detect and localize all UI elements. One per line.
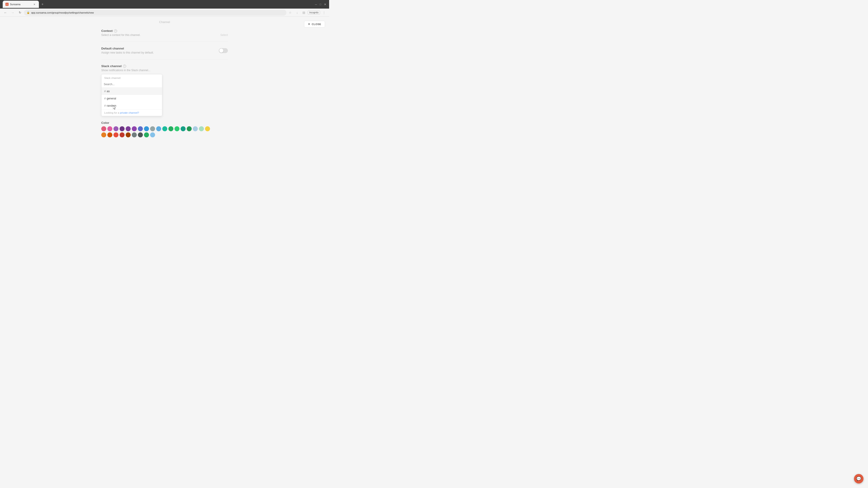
color-dot-1[interactable]	[101, 126, 106, 131]
minimize-button[interactable]: ─	[315, 3, 317, 6]
color-dot-19[interactable]	[101, 132, 106, 137]
color-dot-13[interactable]	[175, 126, 180, 131]
close-label: CLOSE	[312, 23, 321, 26]
context-help-icon[interactable]: ?	[114, 29, 117, 33]
color-dot-9[interactable]	[150, 126, 155, 131]
default-channel-label: Default channel	[101, 47, 154, 50]
color-dot-5[interactable]	[126, 126, 131, 131]
address-bar[interactable]: 🔒 app.sunsama.com/group/moodjoy/settings…	[24, 10, 286, 15]
color-dot-10[interactable]	[156, 126, 161, 131]
dropdown-footer: Looking for a private channel?	[101, 109, 162, 116]
browser-tab[interactable]: S Sunsama ✕	[3, 1, 39, 8]
dropdown-item-general[interactable]: # general	[101, 95, 162, 102]
sidebar-button[interactable]: ▤	[301, 10, 307, 15]
color-dot-3[interactable]	[114, 126, 119, 131]
dropdown-header: Slack channel:	[101, 74, 162, 81]
lock-icon: 🔒	[27, 11, 30, 14]
color-dot-2[interactable]	[107, 126, 112, 131]
color-dot-12[interactable]	[168, 126, 174, 131]
forward-button[interactable]: →	[9, 9, 16, 16]
color-dot-26[interactable]	[144, 132, 149, 137]
new-tab-button[interactable]: +	[40, 2, 45, 7]
context-label: Context ?	[101, 29, 228, 33]
slack-help-icon[interactable]: ?	[123, 65, 126, 68]
private-channel-link[interactable]: private channel?	[120, 111, 139, 114]
color-dot-23[interactable]	[126, 132, 131, 137]
slack-channel-section: Slack channel ? Show notifications in th…	[101, 64, 228, 116]
close-button[interactable]: ✕ CLOSE	[304, 21, 325, 28]
context-section: Context ? Select a context for this chan…	[101, 29, 228, 42]
color-dot-21[interactable]	[114, 132, 119, 137]
close-x-icon: ✕	[308, 23, 310, 26]
color-dot-20[interactable]	[107, 132, 112, 137]
hash-icon-general: #	[104, 97, 106, 100]
color-dot-15[interactable]	[187, 126, 192, 131]
hash-icon-random: #	[104, 104, 106, 107]
context-description: Select a context for this channel.	[101, 33, 141, 37]
color-dot-8[interactable]	[144, 126, 149, 131]
slack-description: Show notifications in the Slack channel.…	[101, 69, 228, 72]
download-button[interactable]: ↓	[294, 10, 300, 15]
toggle-knob	[219, 48, 223, 53]
menu-button[interactable]: ⋮	[321, 10, 327, 15]
slack-channel-dropdown: Slack channel: # as # general # random	[101, 74, 162, 116]
bookmark-button[interactable]: ☆	[287, 10, 293, 15]
color-dot-24[interactable]	[132, 132, 137, 137]
color-dot-6[interactable]	[132, 126, 137, 131]
page-top-label: Channel	[101, 20, 228, 24]
default-channel-toggle[interactable]	[219, 48, 228, 53]
color-dot-4[interactable]	[120, 126, 125, 131]
color-dot-25[interactable]	[138, 132, 143, 137]
tab-close-button[interactable]: ✕	[33, 2, 36, 6]
default-channel-description: Assign new tasks to this channel by defa…	[101, 51, 154, 54]
tab-favicon: S	[5, 3, 8, 6]
color-dot-27[interactable]	[150, 132, 155, 137]
dropdown-item-as[interactable]: # as	[101, 88, 162, 95]
slack-channel-label: Slack channel	[101, 64, 122, 68]
color-dot-18[interactable]	[205, 126, 210, 131]
back-button[interactable]: ←	[2, 9, 8, 16]
maximize-button[interactable]: □	[320, 3, 321, 6]
window-close-button[interactable]: ✕	[324, 3, 327, 6]
incognito-label: Incognito	[308, 11, 320, 14]
color-dot-17[interactable]	[199, 126, 204, 131]
dropdown-item-random[interactable]: # random	[101, 102, 162, 109]
context-select[interactable]: Select	[220, 33, 228, 37]
refresh-button[interactable]: ↻	[17, 9, 23, 16]
color-dot-22[interactable]	[120, 132, 125, 137]
default-channel-section: Default channel Assign new tasks to this…	[101, 47, 228, 59]
color-section: Color	[101, 121, 228, 137]
slack-search-input[interactable]	[104, 83, 160, 86]
color-grid	[101, 126, 214, 137]
color-dot-7[interactable]	[138, 126, 143, 131]
url-text: app.sunsama.com/group/moodjoy/settings/c…	[31, 11, 94, 14]
tab-title: Sunsama	[10, 3, 20, 6]
color-label: Color	[101, 121, 228, 125]
color-dot-14[interactable]	[181, 126, 186, 131]
color-dot-16[interactable]	[193, 126, 198, 131]
color-dot-11[interactable]	[162, 126, 167, 131]
hash-icon-as: #	[104, 90, 106, 93]
